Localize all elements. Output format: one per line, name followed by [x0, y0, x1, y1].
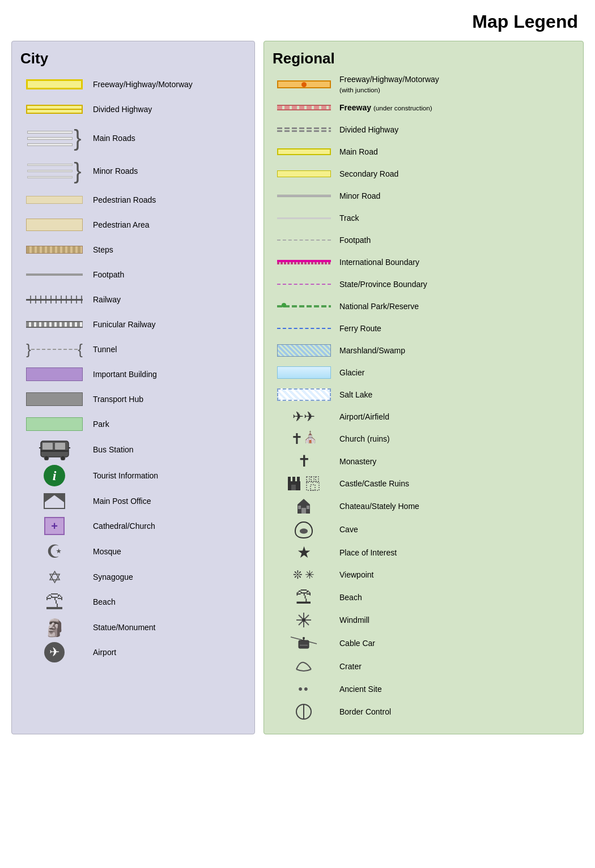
svg-rect-11 — [297, 477, 300, 482]
svg-rect-17 — [311, 485, 315, 490]
list-item: Funicular Railway — [20, 314, 246, 335]
border-control-icon — [294, 702, 313, 721]
chateau-icon — [294, 497, 313, 516]
list-item: State/Province Boundary — [273, 275, 575, 293]
svg-rect-16 — [316, 477, 318, 482]
list-item: ☪ Mosque — [20, 541, 246, 562]
list-item: Chateau/Stately Home — [273, 497, 575, 516]
bus-icon — [39, 439, 70, 460]
list-item: Minor Road — [273, 187, 575, 205]
list-item: Railway — [20, 289, 246, 310]
svg-rect-2 — [55, 443, 65, 450]
cablecar-icon — [290, 634, 318, 653]
list-item: Freeway/Highway/Motorway(with junction) — [273, 74, 575, 95]
list-item: ✡ Synagogue — [20, 567, 246, 587]
list-item: Pedestrian Roads — [20, 190, 246, 210]
list-item: •• Ancient Site — [273, 680, 575, 698]
list-item: ✈ Airport — [20, 642, 246, 662]
list-item: i Tourist Information — [20, 465, 246, 486]
regional-panel: Regional Freeway/Highway/Motorway(with j… — [264, 41, 584, 734]
svg-point-27 — [302, 618, 305, 622]
list-item: Park — [20, 414, 246, 434]
list-item: Glacier — [273, 364, 575, 382]
list-item: { { Tunnel — [20, 339, 246, 360]
svg-rect-29 — [299, 640, 309, 648]
airport-icon: ✈✈ — [292, 409, 315, 425]
list-item: } Minor Roads — [20, 157, 246, 185]
list-item: Divided Highway — [20, 99, 246, 119]
church-icon: ✝ — [291, 430, 303, 448]
church-ruins-icon: ⛪ — [303, 430, 317, 444]
svg-rect-1 — [42, 443, 53, 450]
svg-rect-22 — [307, 506, 309, 509]
svg-rect-12 — [291, 485, 296, 490]
list-item: Secondary Road — [273, 165, 575, 183]
monastery-icon: ✝ — [298, 452, 311, 471]
regional-title: Regional — [273, 50, 575, 67]
list-item: Freeway/Highway/Motorway — [20, 74, 246, 95]
list-item: ★ Place of Interest — [273, 543, 575, 562]
list-item: Freeway (under construction) — [273, 99, 575, 117]
beach-icon: ⛱ — [45, 592, 63, 613]
list-item: } Main Roads — [20, 124, 246, 152]
viewpoint-icon: ❊ — [293, 568, 303, 581]
svg-rect-15 — [311, 477, 314, 482]
synagogue-icon: ✡ — [48, 567, 62, 587]
list-item: Pedestrian Area — [20, 215, 246, 235]
castle-icon — [287, 476, 321, 491]
list-item: Bus Station — [20, 439, 246, 460]
list-item: ⛱ Beach — [20, 592, 246, 613]
city-title: City — [20, 50, 246, 67]
list-item: Important Building — [20, 364, 246, 384]
beach-icon: ⛱ — [296, 588, 312, 606]
list-item: ❊ ✳ Viewpoint — [273, 566, 575, 584]
crater-icon — [294, 657, 313, 676]
list-item: Divided Highway — [273, 121, 575, 139]
list-item: Cable Car — [273, 634, 575, 653]
list-item: + Cathedral/Church — [20, 516, 246, 536]
list-item: Castle/Castle Ruins — [273, 474, 575, 493]
svg-point-4 — [44, 456, 49, 460]
list-item: Footpath — [20, 264, 246, 285]
windmill-icon — [294, 610, 313, 630]
city-panel: City Freeway/Highway/Motorway Divided Hi… — [11, 41, 255, 734]
svg-rect-14 — [307, 477, 309, 482]
mosque-icon: ☪ — [46, 541, 63, 562]
svg-rect-20 — [301, 508, 306, 514]
ancient-site-icon: •• — [298, 682, 309, 696]
svg-rect-3 — [41, 450, 69, 452]
statue-icon: 🗿 — [44, 618, 65, 638]
svg-point-5 — [61, 456, 65, 460]
list-item: International Boundary — [273, 253, 575, 271]
list-item: Transport Hub — [20, 389, 246, 409]
svg-rect-21 — [298, 506, 301, 509]
list-item: Border Control — [273, 702, 575, 721]
list-item: ✝ Monastery — [273, 452, 575, 471]
svg-rect-10 — [292, 477, 295, 482]
page-title: Map Legend — [11, 11, 584, 32]
svg-point-31 — [303, 637, 305, 639]
list-item: Salt Lake — [273, 386, 575, 404]
list-item: Marshland/Swamp — [273, 341, 575, 360]
list-item: Footpath — [273, 231, 575, 249]
list-item: 🗿 Statue/Monument — [20, 617, 246, 638]
list-item: Windmill — [273, 610, 575, 630]
svg-marker-19 — [298, 499, 310, 504]
list-item: Main Post Office — [20, 491, 246, 511]
svg-rect-32 — [300, 645, 308, 645]
interest-icon: ★ — [297, 543, 311, 562]
list-item: Main Road — [273, 143, 575, 161]
list-item: ⛱ Beach — [273, 588, 575, 606]
list-item: ✝ ⛪ Church (ruins) — [273, 430, 575, 448]
list-item: ✈✈ Airport/Airfield — [273, 408, 575, 426]
list-item: Ferry Route — [273, 319, 575, 337]
cave-icon — [294, 520, 313, 539]
list-item: National Park/Reserve — [273, 297, 575, 315]
airport-icon: ✈ — [49, 645, 60, 660]
list-item: Steps — [20, 240, 246, 260]
svg-rect-9 — [288, 477, 291, 482]
list-item: Crater — [273, 657, 575, 676]
list-item: Cave — [273, 520, 575, 539]
list-item: Track — [273, 209, 575, 227]
